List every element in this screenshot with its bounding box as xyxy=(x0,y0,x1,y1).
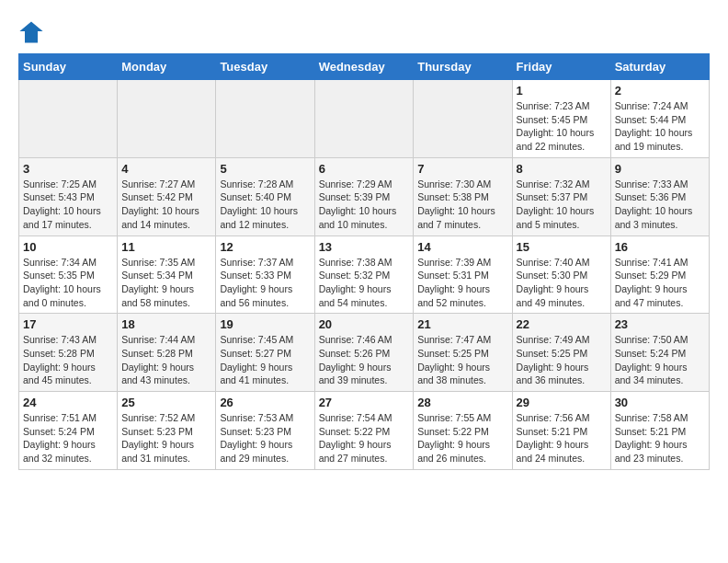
day-number: 21 xyxy=(417,317,507,331)
weekday-header-row: SundayMondayTuesdayWednesdayThursdayFrid… xyxy=(19,54,710,80)
calendar-cell: 10Sunrise: 7:34 AM Sunset: 5:35 PM Dayli… xyxy=(19,236,118,314)
day-info: Sunrise: 7:32 AM Sunset: 5:37 PM Dayligh… xyxy=(517,178,607,232)
calendar-cell: 17Sunrise: 7:43 AM Sunset: 5:28 PM Dayli… xyxy=(19,314,118,392)
day-info: Sunrise: 7:35 AM Sunset: 5:34 PM Dayligh… xyxy=(121,256,211,310)
day-info: Sunrise: 7:24 AM Sunset: 5:44 PM Dayligh… xyxy=(615,99,705,154)
day-number: 6 xyxy=(319,162,410,176)
day-number: 11 xyxy=(121,240,211,254)
calendar-week-row: 24Sunrise: 7:51 AM Sunset: 5:24 PM Dayli… xyxy=(19,392,710,470)
day-info: Sunrise: 7:28 AM Sunset: 5:40 PM Dayligh… xyxy=(220,178,310,232)
calendar-cell: 6Sunrise: 7:29 AM Sunset: 5:39 PM Daylig… xyxy=(314,157,414,236)
day-info: Sunrise: 7:43 AM Sunset: 5:28 PM Dayligh… xyxy=(23,333,113,387)
day-number: 10 xyxy=(23,240,113,254)
calendar-cell xyxy=(118,80,216,158)
day-number: 27 xyxy=(319,396,410,409)
calendar-cell: 18Sunrise: 7:44 AM Sunset: 5:28 PM Dayli… xyxy=(118,314,216,392)
calendar: SundayMondayTuesdayWednesdayThursdayFrid… xyxy=(18,53,710,470)
weekday-header: Wednesday xyxy=(314,54,414,80)
calendar-cell: 30Sunrise: 7:58 AM Sunset: 5:21 PM Dayli… xyxy=(610,392,709,470)
calendar-cell: 23Sunrise: 7:50 AM Sunset: 5:24 PM Dayli… xyxy=(610,314,709,392)
day-info: Sunrise: 7:49 AM Sunset: 5:25 PM Dayligh… xyxy=(517,333,607,387)
day-info: Sunrise: 7:45 AM Sunset: 5:27 PM Dayligh… xyxy=(220,333,310,387)
day-number: 13 xyxy=(319,240,410,254)
day-info: Sunrise: 7:50 AM Sunset: 5:24 PM Dayligh… xyxy=(615,333,705,387)
day-info: Sunrise: 7:37 AM Sunset: 5:33 PM Dayligh… xyxy=(220,256,310,310)
day-info: Sunrise: 7:56 AM Sunset: 5:21 PM Dayligh… xyxy=(517,411,607,465)
calendar-header: SundayMondayTuesdayWednesdayThursdayFrid… xyxy=(19,54,710,80)
calendar-week-row: 3Sunrise: 7:25 AM Sunset: 5:43 PM Daylig… xyxy=(19,157,710,236)
calendar-cell: 16Sunrise: 7:41 AM Sunset: 5:29 PM Dayli… xyxy=(610,236,709,314)
calendar-cell: 11Sunrise: 7:35 AM Sunset: 5:34 PM Dayli… xyxy=(118,236,216,314)
calendar-cell: 13Sunrise: 7:38 AM Sunset: 5:32 PM Dayli… xyxy=(314,236,414,314)
day-number: 17 xyxy=(23,317,113,331)
day-number: 28 xyxy=(417,396,507,409)
day-info: Sunrise: 7:52 AM Sunset: 5:23 PM Dayligh… xyxy=(121,411,211,465)
day-number: 7 xyxy=(417,162,507,176)
day-info: Sunrise: 7:30 AM Sunset: 5:38 PM Dayligh… xyxy=(417,178,507,232)
day-number: 18 xyxy=(121,317,211,331)
day-number: 26 xyxy=(220,396,310,409)
calendar-cell: 2Sunrise: 7:24 AM Sunset: 5:44 PM Daylig… xyxy=(610,80,709,158)
calendar-cell: 3Sunrise: 7:25 AM Sunset: 5:43 PM Daylig… xyxy=(19,157,118,236)
weekday-header: Monday xyxy=(118,54,216,80)
day-number: 24 xyxy=(23,396,113,409)
calendar-week-row: 1Sunrise: 7:23 AM Sunset: 5:45 PM Daylig… xyxy=(19,80,710,158)
day-info: Sunrise: 7:51 AM Sunset: 5:24 PM Dayligh… xyxy=(23,411,113,465)
day-number: 30 xyxy=(615,396,705,409)
day-number: 1 xyxy=(517,84,607,98)
day-number: 22 xyxy=(517,317,607,331)
calendar-cell: 28Sunrise: 7:55 AM Sunset: 5:22 PM Dayli… xyxy=(414,392,512,470)
calendar-week-row: 10Sunrise: 7:34 AM Sunset: 5:35 PM Dayli… xyxy=(19,236,710,314)
calendar-cell xyxy=(216,80,314,158)
calendar-cell: 19Sunrise: 7:45 AM Sunset: 5:27 PM Dayli… xyxy=(216,314,314,392)
day-info: Sunrise: 7:53 AM Sunset: 5:23 PM Dayligh… xyxy=(220,411,310,465)
day-number: 20 xyxy=(319,317,410,331)
calendar-cell: 27Sunrise: 7:54 AM Sunset: 5:22 PM Dayli… xyxy=(314,392,414,470)
day-number: 25 xyxy=(121,396,211,409)
day-info: Sunrise: 7:23 AM Sunset: 5:45 PM Dayligh… xyxy=(517,99,607,154)
day-info: Sunrise: 7:25 AM Sunset: 5:43 PM Dayligh… xyxy=(23,178,113,232)
day-info: Sunrise: 7:46 AM Sunset: 5:26 PM Dayligh… xyxy=(319,333,410,387)
calendar-cell: 9Sunrise: 7:33 AM Sunset: 5:36 PM Daylig… xyxy=(610,157,709,236)
day-info: Sunrise: 7:44 AM Sunset: 5:28 PM Dayligh… xyxy=(121,333,211,387)
calendar-cell: 29Sunrise: 7:56 AM Sunset: 5:21 PM Dayli… xyxy=(512,392,610,470)
day-info: Sunrise: 7:27 AM Sunset: 5:42 PM Dayligh… xyxy=(121,178,211,232)
day-info: Sunrise: 7:41 AM Sunset: 5:29 PM Dayligh… xyxy=(615,256,705,310)
weekday-header: Sunday xyxy=(19,54,118,80)
weekday-header: Tuesday xyxy=(216,54,314,80)
day-info: Sunrise: 7:58 AM Sunset: 5:21 PM Dayligh… xyxy=(615,411,705,465)
day-number: 4 xyxy=(121,162,211,176)
calendar-cell: 21Sunrise: 7:47 AM Sunset: 5:25 PM Dayli… xyxy=(414,314,512,392)
calendar-cell: 4Sunrise: 7:27 AM Sunset: 5:42 PM Daylig… xyxy=(118,157,216,236)
day-info: Sunrise: 7:33 AM Sunset: 5:36 PM Dayligh… xyxy=(615,178,705,232)
calendar-cell: 22Sunrise: 7:49 AM Sunset: 5:25 PM Dayli… xyxy=(512,314,610,392)
calendar-cell: 15Sunrise: 7:40 AM Sunset: 5:30 PM Dayli… xyxy=(512,236,610,314)
day-number: 29 xyxy=(517,396,607,409)
calendar-cell xyxy=(19,80,118,158)
calendar-body: 1Sunrise: 7:23 AM Sunset: 5:45 PM Daylig… xyxy=(19,80,710,470)
calendar-cell: 7Sunrise: 7:30 AM Sunset: 5:38 PM Daylig… xyxy=(414,157,512,236)
day-number: 16 xyxy=(615,240,705,254)
svg-marker-0 xyxy=(19,22,42,43)
day-info: Sunrise: 7:54 AM Sunset: 5:22 PM Dayligh… xyxy=(319,411,410,465)
calendar-cell: 12Sunrise: 7:37 AM Sunset: 5:33 PM Dayli… xyxy=(216,236,314,314)
day-number: 12 xyxy=(220,240,310,254)
calendar-cell: 1Sunrise: 7:23 AM Sunset: 5:45 PM Daylig… xyxy=(512,80,610,158)
day-info: Sunrise: 7:47 AM Sunset: 5:25 PM Dayligh… xyxy=(417,333,507,387)
day-number: 5 xyxy=(220,162,310,176)
day-number: 19 xyxy=(220,317,310,331)
calendar-cell: 20Sunrise: 7:46 AM Sunset: 5:26 PM Dayli… xyxy=(314,314,414,392)
day-number: 2 xyxy=(615,84,705,98)
calendar-cell: 5Sunrise: 7:28 AM Sunset: 5:40 PM Daylig… xyxy=(216,157,314,236)
calendar-cell: 25Sunrise: 7:52 AM Sunset: 5:23 PM Dayli… xyxy=(118,392,216,470)
calendar-cell xyxy=(314,80,414,158)
calendar-week-row: 17Sunrise: 7:43 AM Sunset: 5:28 PM Dayli… xyxy=(19,314,710,392)
logo xyxy=(18,18,48,44)
day-info: Sunrise: 7:40 AM Sunset: 5:30 PM Dayligh… xyxy=(517,256,607,310)
day-number: 14 xyxy=(417,240,507,254)
logo-icon xyxy=(18,18,44,44)
calendar-cell: 8Sunrise: 7:32 AM Sunset: 5:37 PM Daylig… xyxy=(512,157,610,236)
day-info: Sunrise: 7:34 AM Sunset: 5:35 PM Dayligh… xyxy=(23,256,113,310)
weekday-header: Friday xyxy=(512,54,610,80)
day-number: 3 xyxy=(23,162,113,176)
